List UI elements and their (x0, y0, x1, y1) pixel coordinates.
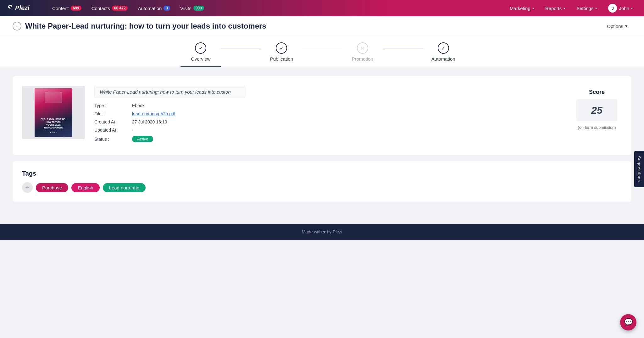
back-button[interactable]: ← (13, 22, 21, 30)
step-publication[interactable]: ✓ Publication (261, 42, 302, 67)
nav-automation[interactable]: Automation 3 (133, 0, 175, 16)
suggestions-label: Suggestions (637, 156, 641, 182)
meta-created-row: Created At : 27 Jul 2020 16:10 (94, 119, 324, 124)
page-title: White Paper-Lead nurturing: how to turn … (25, 22, 266, 30)
nav-reports[interactable]: Reports ▾ (540, 0, 570, 16)
thumbnail-image: B2B Lead Nurturing: How to Turn Your Lea… (35, 88, 72, 137)
step-connector-1 (221, 48, 262, 48)
meta-created-value: 27 Jul 2020 16:10 (132, 119, 167, 124)
options-button[interactable]: Options ▾ (603, 21, 631, 31)
content-card: B2B Lead Nurturing: How to Turn Your Lea… (13, 76, 631, 155)
nav-content-badge: 699 (71, 6, 81, 11)
suggestions-tab[interactable]: Suggestions (634, 151, 644, 187)
tags-card: Tags ✏ Purchase English Lead nurturing (13, 161, 631, 202)
meta-status-row: Status : Active (94, 136, 324, 142)
thumbnail-logo: ✦ Plezi (50, 131, 57, 134)
nav-content[interactable]: Content 699 (47, 0, 86, 16)
main-content: B2B Lead Nurturing: How to Turn Your Lea… (0, 67, 644, 211)
score-title: Score (589, 89, 605, 95)
score-subtitle: (on form submission) (578, 125, 616, 130)
tags-title: Tags (22, 170, 622, 177)
tag-purchase[interactable]: Purchase (36, 183, 68, 192)
meta-file-label: File : (94, 111, 132, 116)
nav-visits-label: Visits (180, 6, 192, 11)
logo[interactable]: Plezi (6, 3, 41, 14)
nav-marketing[interactable]: Marketing ▾ (505, 0, 539, 16)
options-label: Options (607, 24, 623, 29)
nav-automation-badge: 3 (164, 6, 170, 11)
score-area: Score 25 (on form submission) (572, 86, 622, 130)
step-label-overview: Overview (191, 56, 211, 62)
tag-edit-button[interactable]: ✏ (22, 182, 33, 193)
avatar: J (608, 4, 617, 13)
meta-type-row: Type : Ebook (94, 103, 324, 108)
tag-english[interactable]: English (71, 183, 99, 192)
thumbnail-area: B2B Lead Nurturing: How to Turn Your Lea… (22, 86, 85, 139)
chat-icon: 💬 (624, 318, 633, 326)
tags-row: ✏ Purchase English Lead nurturing (22, 182, 622, 193)
svg-text:Plezi: Plezi (15, 4, 30, 11)
content-title-preview: White Paper-Lead nurturing: how to turn … (94, 86, 245, 98)
chevron-down-icon: ▾ (625, 23, 628, 29)
step-circle-promotion: ✕ (357, 42, 368, 54)
meta-type-label: Type : (94, 103, 132, 108)
nav-contacts[interactable]: Contacts 68 472 (86, 0, 133, 16)
tag-lead-nurturing[interactable]: Lead nurturing (103, 183, 146, 192)
meta-file-row: File : lead-nurturing-b2b.pdf (94, 111, 324, 116)
nav-visits[interactable]: Visits 300 (175, 0, 209, 16)
page-header: ← White Paper-Lead nurturing: how to tur… (0, 16, 644, 36)
meta-area: White Paper-Lead nurturing: how to turn … (94, 86, 324, 145)
step-promotion[interactable]: ✕ Promotion (342, 42, 383, 67)
meta-created-label: Created At : (94, 119, 132, 124)
user-name: John (619, 6, 629, 11)
chevron-down-icon: ▾ (595, 7, 597, 10)
nav-content-label: Content (52, 6, 69, 11)
step-connector-3 (383, 48, 423, 48)
step-overview[interactable]: ✓ Overview (180, 42, 221, 67)
meta-updated-value: - (132, 128, 134, 133)
nav-visits-badge: 300 (193, 6, 204, 11)
page-title-row: ← White Paper-Lead nurturing: how to tur… (13, 22, 266, 30)
step-label-publication: Publication (270, 56, 293, 62)
meta-type-value: Ebook (132, 103, 145, 108)
meta-status-label: Status : (94, 137, 132, 142)
step-label-promotion: Promotion (352, 56, 373, 62)
step-circle-automation: ✓ (438, 42, 449, 54)
score-value: 25 (576, 99, 617, 121)
chevron-down-icon: ▾ (564, 7, 565, 10)
chevron-down-icon: ▾ (631, 7, 633, 10)
meta-file-value[interactable]: lead-nurturing-b2b.pdf (132, 111, 175, 116)
nav-right: Marketing ▾ Reports ▾ Settings ▾ J John … (505, 0, 638, 16)
step-automation[interactable]: ✓ Automation (423, 42, 464, 67)
nav-contacts-label: Contacts (92, 6, 110, 11)
footer: Made with ♥ by Plezi (0, 224, 644, 240)
nav-marketing-label: Marketing (510, 6, 530, 11)
status-badge: Active (132, 136, 153, 142)
navbar: Plezi Content 699 Contacts 68 472 Automa… (0, 0, 644, 16)
nav-settings[interactable]: Settings ▾ (571, 0, 602, 16)
nav-settings-label: Settings (576, 6, 593, 11)
step-circle-overview: ✓ (195, 42, 206, 54)
nav-automation-label: Automation (138, 6, 162, 11)
footer-text: Made with ♥ by Plezi (302, 229, 342, 234)
meta-updated-label: Updated At : (94, 128, 132, 133)
step-label-automation: Automation (431, 56, 455, 62)
step-underline (180, 66, 221, 67)
thumbnail-text: B2B Lead Nurturing: How to Turn Your Lea… (41, 118, 66, 129)
meta-updated-row: Updated At : - (94, 128, 324, 133)
steps-container: ✓ Overview ✓ Publication ✕ Promotion ✓ A… (0, 36, 644, 67)
chevron-down-icon: ▾ (532, 7, 534, 10)
step-circle-publication: ✓ (276, 42, 287, 54)
nav-contacts-badge: 68 472 (112, 6, 128, 11)
nav-user[interactable]: J John ▾ (603, 0, 638, 16)
nav-reports-label: Reports (545, 6, 562, 11)
step-connector-2 (302, 48, 342, 48)
chat-button[interactable]: 💬 (620, 314, 636, 330)
